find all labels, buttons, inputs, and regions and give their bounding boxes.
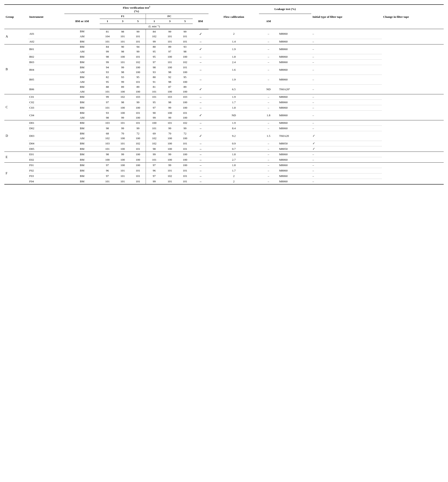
f1-cell: 101 <box>130 110 146 115</box>
bm-am-cell: AM <box>64 136 100 141</box>
fc-cell: 99 <box>162 152 177 157</box>
leak-am-cell: – <box>259 44 278 54</box>
leak-am-cell: – <box>259 39 278 44</box>
f1-cell: 100 <box>130 157 146 162</box>
header-row-1: Group Instrument Flow verification test1… <box>4 5 444 14</box>
fc-cell: 81 <box>146 84 162 89</box>
table-row: F04BM10110110199101101–2–M8060– <box>4 179 444 184</box>
fc-cell: 102 <box>146 136 162 141</box>
change-filter-cell: – <box>311 162 382 168</box>
f1-cell: 102 <box>100 136 115 141</box>
table-row: FF01BM971001009799100–1.8–M8060– <box>4 162 444 168</box>
fc-cell: 100 <box>146 120 162 126</box>
change-filter-cell: – <box>311 94 382 99</box>
leak-bm-cell: 1.4 <box>208 39 259 44</box>
bm-am-cell: BM <box>64 162 100 168</box>
table-row: B02BM9810010195100100–1.8–M8060– <box>4 54 444 59</box>
fc-cell: 101 <box>146 94 162 99</box>
bm-am-cell: AM <box>64 80 100 85</box>
flow-cal-cell: ✓ <box>193 131 209 141</box>
change-filter-cell: ✓ <box>311 131 382 141</box>
f1-cell: 90 <box>115 44 130 49</box>
flow-cal-cell: – <box>193 94 209 99</box>
header-fc-5: 5 <box>177 19 192 24</box>
f1-cell: 101 <box>130 146 146 152</box>
table-row: A02BM10110110199101101–1.4–M8060– <box>4 39 444 44</box>
f1-cell: 101 <box>115 179 130 184</box>
filter-type-cell: M8060 <box>278 94 311 99</box>
header-f1-5: 5 <box>130 19 146 24</box>
fc-cell: 101 <box>177 110 192 115</box>
fc-cell: 102 <box>177 120 192 126</box>
flow-cal-cell: ✓ <box>193 110 209 120</box>
fc-cell: 101 <box>177 39 192 44</box>
f1-cell: 103 <box>100 120 115 126</box>
instrument-cell: B01 <box>28 44 64 54</box>
fc-cell: 95 <box>146 49 162 54</box>
f1-cell: 89 <box>115 84 130 89</box>
fc-cell: 101 <box>146 126 162 131</box>
table-row: D02BM9899991019999–8.4–M8060– <box>4 126 444 131</box>
f1-cell: 72 <box>130 131 146 136</box>
leak-am-cell: – <box>259 168 278 173</box>
leak-am-cell: – <box>259 126 278 131</box>
bm-am-cell: BM <box>64 157 100 162</box>
f1-cell: 101 <box>130 39 146 44</box>
fc-cell: 101 <box>177 65 192 70</box>
f1-cell: 94 <box>100 65 115 70</box>
flow-verification-sup: 1 <box>149 5 150 8</box>
f1-cell: 100 <box>115 146 130 152</box>
bm-am-cell: BM <box>64 179 100 184</box>
bm-am-cell: BM <box>64 126 100 131</box>
leak-am-cell: – <box>259 59 278 65</box>
fc-cell: 101 <box>162 59 177 65</box>
filter-type-cell: M8050 <box>278 141 311 146</box>
fc-cell: 101 <box>177 146 192 152</box>
bm-am-cell: AM <box>64 115 100 120</box>
leak-bm-cell: 1.8 <box>208 105 259 110</box>
f1-cell: 68 <box>100 131 115 136</box>
f1-cell: 98 <box>100 54 115 59</box>
header-unit: (L min⁻¹) <box>100 24 208 29</box>
flow-cal-cell: – <box>193 54 209 59</box>
fc-cell: 101 <box>162 120 177 126</box>
fc-cell: 95 <box>146 54 162 59</box>
fc-cell: 100 <box>162 157 177 162</box>
filter-type-cell: M8060 <box>278 54 311 59</box>
fc-cell: 98 <box>146 65 162 70</box>
header-f1-3: 3 <box>115 19 130 24</box>
instrument-cell: F01 <box>28 162 64 168</box>
instrument-cell: C01 <box>28 94 64 99</box>
bm-am-cell: BM <box>64 168 100 173</box>
bm-am-cell: AM <box>64 89 100 94</box>
bm-am-cell: BM <box>64 44 100 49</box>
filter-type-cell: M8060 <box>278 105 311 110</box>
table-row: D05BM10110010198100101–0.7–M8050✓ <box>4 146 444 152</box>
table-body: AA01BM819899849999✓2–M8060–AM10410110110… <box>4 29 444 184</box>
table-row: EE01BM98991009999100–1.8–M8060– <box>4 152 444 157</box>
fc-cell: 103 <box>162 94 177 99</box>
fc-cell: 98 <box>162 70 177 75</box>
fc-cell: 101 <box>162 39 177 44</box>
fc-cell: 95 <box>177 75 192 80</box>
f1-cell: 93 <box>100 70 115 75</box>
bm-am-cell: BM <box>64 131 100 136</box>
fc-cell: 99 <box>177 29 192 34</box>
leak-bm-cell: 1.8 <box>208 54 259 59</box>
header-flow-cal: Flow calibration <box>208 5 259 29</box>
filter-type-cell: M8060 <box>278 157 311 162</box>
f1-cell: 93 <box>100 110 115 115</box>
fc-cell: 101 <box>162 34 177 39</box>
instrument-cell: C03 <box>28 105 64 110</box>
f1-cell: 94 <box>130 44 146 49</box>
change-filter-cell: – <box>311 126 382 131</box>
f1-cell: 101 <box>130 168 146 173</box>
f1-cell: 100 <box>130 152 146 157</box>
leak-bm-cell: 2 <box>208 29 259 39</box>
bm-am-cell: BM <box>64 94 100 99</box>
f1-cell: 102 <box>130 59 146 65</box>
fc-cell: 101 <box>146 89 162 94</box>
fc-cell: 99 <box>162 126 177 131</box>
header-f1: F1 <box>100 14 146 19</box>
header-fc: FC <box>146 14 192 19</box>
